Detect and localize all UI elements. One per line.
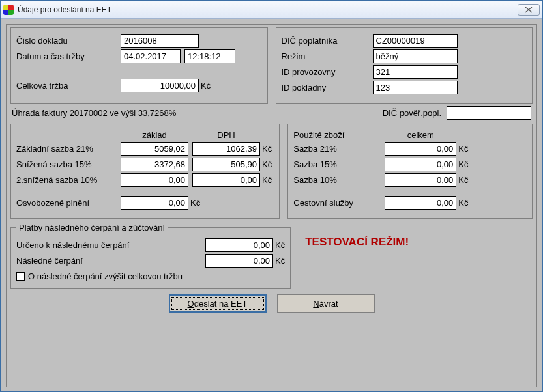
zvysit-label: O následné čerpání zvýšit celkovou tržbu — [28, 272, 183, 281]
send-eet-button[interactable]: Odeslat na EET — [169, 294, 267, 313]
sazba10-dph-input[interactable] — [192, 173, 260, 187]
rezim-label: Režim — [282, 51, 373, 61]
g-sazba10-label: Sazba 10% — [293, 175, 385, 185]
kc-label: Kč — [262, 175, 272, 185]
cas-input[interactable] — [184, 49, 235, 63]
kc-label: Kč — [275, 256, 285, 266]
sazba15-label: Snížená sazba 15% — [16, 160, 121, 169]
uhrada-status: Úhrada faktury 20170002 ve výši 33,7268% — [12, 108, 383, 118]
pouzite-zbozi-header: Použité zboží — [293, 130, 385, 140]
goods-group: Použité zboží celkem Sazba 21% Kč Sazba … — [287, 124, 533, 219]
zaklad-header: základ — [121, 130, 188, 140]
osvobozene-input[interactable] — [121, 196, 188, 210]
id-pokladny-label: ID pokladny — [282, 83, 373, 92]
button-bar: Odeslat na EET Návrat — [10, 289, 533, 315]
g-sazba21-input[interactable] — [385, 142, 456, 156]
g-sazba15-label: Sazba 15% — [293, 160, 385, 169]
sazba15-dph-input[interactable] — [192, 158, 260, 171]
sazba10-label: 2.snížená sazba 10% — [16, 175, 121, 185]
kc-label: Kč — [262, 160, 272, 169]
doc-group: Číslo dokladu Datum a čas tržby Celková … — [10, 27, 268, 104]
close-icon[interactable] — [518, 4, 540, 16]
sazba10-zaklad-input[interactable] — [121, 173, 188, 187]
datum-input[interactable] — [121, 49, 181, 63]
osvobozene-label: Osvobozené plnění — [16, 198, 121, 208]
sazba21-label: Základní sazba 21% — [16, 144, 121, 154]
cestovni-label: Cestovní služby — [293, 198, 385, 208]
kc-label: Kč — [458, 175, 468, 185]
nasledne-label: Následné čerpání — [16, 256, 205, 266]
urceno-label: Určeno k následnému čerpání — [16, 240, 205, 250]
id-pokladny-input[interactable] — [373, 81, 458, 94]
dic-pover-label: DIČ pověř.popl. — [383, 108, 441, 118]
back-button[interactable]: Návrat — [277, 294, 375, 313]
kc-label: Kč — [275, 240, 285, 250]
sazba21-dph-input[interactable] — [192, 142, 260, 156]
cislo-dokladu-input[interactable] — [121, 34, 199, 48]
tax-group: základ DPH Základní sazba 21% Kč Snížená… — [10, 124, 280, 219]
titlebar[interactable]: Údaje pro odeslání na EET — [1, 1, 542, 19]
dic-pover-input[interactable] — [447, 106, 531, 120]
id-provozovny-input[interactable] — [373, 65, 458, 79]
kc-label: Kč — [458, 198, 468, 208]
datum-cas-label: Datum a čas tržby — [16, 51, 121, 61]
kc-label: Kč — [458, 144, 468, 154]
cislo-dokladu-label: Číslo dokladu — [16, 36, 121, 46]
sazba15-zaklad-input[interactable] — [121, 158, 188, 171]
rezim-input[interactable] — [373, 49, 458, 63]
dph-header: DPH — [192, 130, 260, 140]
g-sazba10-input[interactable] — [385, 173, 456, 187]
celkem-header: celkem — [385, 130, 456, 140]
celkova-trzba-input[interactable] — [121, 79, 199, 92]
g-sazba15-input[interactable] — [385, 158, 456, 171]
kc-label: Kč — [458, 160, 468, 169]
urceno-input[interactable] — [205, 238, 273, 252]
followup-group: Platby následného čerpání a zúčtování Ur… — [10, 223, 291, 289]
app-icon — [3, 5, 14, 15]
pokladna-group: DIČ poplatníka Režim ID provozovny ID po… — [276, 27, 533, 104]
sazba21-zaklad-input[interactable] — [121, 142, 188, 156]
id-provozovny-label: ID provozovny — [282, 67, 373, 77]
dic-poplatnika-input[interactable] — [373, 34, 458, 48]
kc-label: Kč — [201, 81, 211, 91]
followup-legend: Platby následného čerpání a zúčtování — [16, 223, 168, 232]
dic-poplatnika-label: DIČ poplatníka — [282, 36, 373, 46]
celkova-trzba-label: Celková tržba — [16, 81, 121, 91]
g-sazba21-label: Sazba 21% — [293, 144, 385, 154]
kc-label: Kč — [262, 144, 272, 154]
kc-label: Kč — [190, 198, 200, 208]
eet-window: Údaje pro odeslání na EET Číslo dokladu … — [0, 0, 543, 392]
cestovni-input[interactable] — [385, 196, 456, 210]
zvysit-checkbox[interactable] — [16, 272, 25, 281]
test-mode-label: TESTOVACÍ REŽIM! — [305, 236, 409, 249]
window-title: Údaje pro odeslání na EET — [18, 5, 518, 14]
nasledne-input[interactable] — [205, 254, 273, 268]
